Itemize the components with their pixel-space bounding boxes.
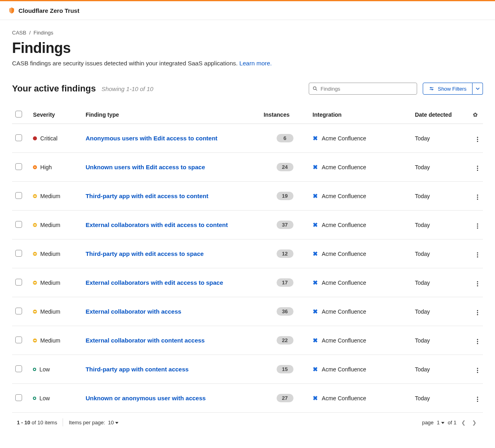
prev-page-button[interactable]: ❮ (460, 420, 467, 426)
learn-more-link[interactable]: Learn more. (239, 60, 272, 67)
date-detected: Today (415, 222, 430, 228)
row-actions-menu[interactable] (475, 308, 480, 317)
findings-table: Severity Finding type Instances Integrat… (12, 106, 483, 413)
finding-type-link[interactable]: External collaborator with access (86, 308, 181, 315)
severity-label: Low (39, 395, 50, 401)
integration-cell: ✖Acme Confluence (313, 308, 400, 315)
col-header-instances[interactable]: Instances (261, 106, 310, 124)
integration-name: Acme Confluence (322, 222, 367, 228)
instances-badge: 24 (277, 163, 293, 171)
table-row: MediumExternal collaborator with content… (12, 326, 483, 355)
confluence-icon: ✖ (313, 221, 318, 229)
page-description: CASB findings are security issues detect… (12, 60, 483, 67)
integration-cell: ✖Acme Confluence (313, 366, 400, 373)
next-page-button[interactable]: ❯ (471, 420, 478, 426)
finding-type-link[interactable]: Third-party app with edit access to spac… (86, 250, 204, 257)
severity-icon (33, 252, 37, 256)
page-title: Findings (12, 40, 483, 57)
row-checkbox[interactable] (15, 308, 22, 314)
severity-icon (33, 223, 37, 227)
caret-down-icon (441, 422, 444, 424)
severity-icon (33, 281, 37, 285)
row-checkbox[interactable] (15, 134, 22, 141)
caret-down-icon (476, 87, 480, 91)
col-header-date[interactable]: Date detected (403, 106, 469, 124)
integration-cell: ✖Acme Confluence (313, 164, 400, 171)
integration-name: Acme Confluence (322, 135, 367, 142)
breadcrumb-root[interactable]: CASB (12, 30, 26, 36)
severity-label: Medium (40, 251, 60, 257)
row-actions-menu[interactable] (475, 193, 480, 201)
table-row: HighUnknown users with Edit access to sp… (12, 153, 483, 182)
confluence-icon: ✖ (313, 395, 318, 402)
search-input-wrapper[interactable] (309, 83, 417, 95)
row-checkbox[interactable] (15, 192, 22, 199)
confluence-icon: ✖ (313, 135, 318, 142)
filters-dropdown-button[interactable] (473, 83, 483, 95)
row-checkbox[interactable] (15, 163, 22, 170)
finding-type-link[interactable]: External collaborators with edit access … (86, 221, 228, 228)
row-checkbox[interactable] (15, 394, 22, 401)
per-page-select[interactable]: 10 (108, 420, 118, 426)
row-actions-menu[interactable] (475, 251, 480, 259)
finding-type-link[interactable]: External collaborators with edit access … (86, 279, 223, 286)
integration-name: Acme Confluence (322, 193, 367, 199)
confluence-icon: ✖ (313, 250, 318, 257)
table-row: MediumThird-party app with edit access t… (12, 239, 483, 268)
row-actions-menu[interactable] (475, 222, 480, 230)
row-checkbox[interactable] (15, 279, 22, 286)
row-actions-menu[interactable] (475, 337, 480, 346)
finding-type-link[interactable]: Third-party app with content access (86, 366, 189, 373)
instances-badge: 27 (277, 394, 293, 402)
col-header-severity[interactable]: Severity (30, 106, 82, 124)
severity-label: High (40, 164, 52, 170)
row-actions-menu[interactable] (475, 164, 480, 172)
svg-point-0 (314, 87, 316, 89)
showing-count: Showing 1-10 of 10 (102, 85, 153, 92)
col-header-integration[interactable]: Integration (310, 106, 403, 124)
instances-badge: 12 (277, 249, 293, 258)
severity-cell: Medium (33, 337, 79, 344)
row-checkbox[interactable] (15, 250, 22, 257)
finding-type-link[interactable]: Third-party app with edit access to cont… (86, 193, 208, 199)
page-select[interactable]: 1 (437, 420, 444, 426)
row-checkbox[interactable] (15, 365, 22, 372)
instances-badge: 6 (277, 134, 293, 142)
row-actions-menu[interactable] (475, 280, 480, 288)
date-detected: Today (415, 251, 430, 257)
confluence-icon: ✖ (313, 279, 318, 286)
integration-cell: ✖Acme Confluence (313, 221, 400, 229)
search-input[interactable] (320, 86, 414, 92)
instances-badge: 37 (277, 221, 293, 229)
col-header-type[interactable]: Finding type (82, 106, 260, 124)
integration-cell: ✖Acme Confluence (313, 193, 400, 200)
integration-cell: ✖Acme Confluence (313, 279, 400, 286)
integration-name: Acme Confluence (322, 251, 367, 257)
row-checkbox[interactable] (15, 221, 22, 228)
finding-type-link[interactable]: Unknown or anonymous user with access (86, 395, 206, 401)
select-all-checkbox[interactable] (15, 111, 22, 118)
row-actions-menu[interactable] (475, 395, 480, 403)
severity-icon (33, 310, 37, 314)
integration-name: Acme Confluence (322, 337, 367, 344)
instances-badge: 22 (277, 336, 293, 345)
severity-icon (33, 368, 36, 371)
date-detected: Today (415, 308, 430, 315)
row-checkbox[interactable] (15, 337, 22, 343)
row-actions-menu[interactable] (475, 366, 480, 375)
integration-cell: ✖Acme Confluence (313, 337, 400, 344)
date-detected: Today (415, 193, 430, 199)
instances-badge: 17 (277, 278, 293, 287)
finding-type-link[interactable]: Anonymous users with Edit access to cont… (86, 135, 217, 142)
finding-type-link[interactable]: Unknown users with Edit access to space (86, 164, 205, 170)
severity-label: Medium (40, 308, 60, 315)
row-actions-menu[interactable] (475, 135, 480, 144)
show-filters-button[interactable]: Show Filters (423, 83, 473, 95)
gear-icon[interactable]: ✿ (473, 111, 478, 118)
breadcrumb-current: Findings (34, 30, 53, 36)
breadcrumb: CASB / Findings (12, 30, 483, 36)
finding-type-link[interactable]: External collaborator with content acces… (86, 337, 205, 344)
integration-cell: ✖Acme Confluence (313, 395, 400, 402)
svg-point-4 (431, 87, 432, 88)
confluence-icon: ✖ (313, 337, 318, 344)
